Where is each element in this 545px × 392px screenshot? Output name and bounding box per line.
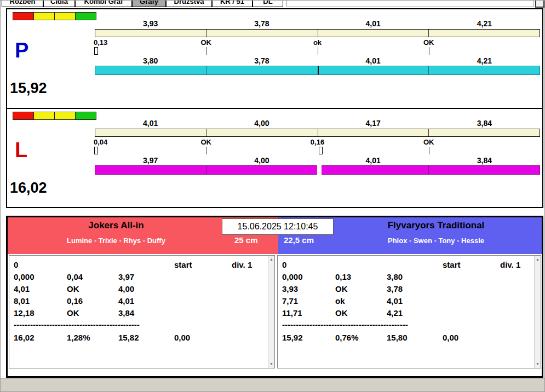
- tab-label: Druzstva: [167, 1, 211, 5]
- tab-dl[interactable]: DL: [253, 1, 283, 7]
- status-label: 0,04: [94, 138, 107, 146]
- split-time-value: 4,01: [95, 119, 206, 127]
- lane-panel-l: 4,01 4,00 4,17 3,84 0,04 OK 0,16 OK 3,97…: [6, 108, 543, 208]
- team-name: Jokers All-in: [8, 220, 225, 231]
- table-cell: start: [443, 259, 500, 271]
- scroll-up-icon[interactable]: ▲: [535, 256, 541, 263]
- lane-p-status-row: 0,13 OK ok OK: [95, 38, 540, 47]
- status-label: ok: [313, 38, 322, 47]
- empty-cell: [500, 283, 534, 295]
- bar-gap: [317, 165, 322, 175]
- table-cell: OK: [335, 307, 387, 319]
- status-label: 0,16: [311, 138, 324, 146]
- table-cell: 3,78: [387, 283, 443, 295]
- table-cell: OK: [67, 307, 118, 319]
- start-marker-box: [94, 147, 98, 154]
- table-cell: OK: [335, 283, 387, 295]
- table-row: 8,01 0,16 4,01: [14, 295, 268, 307]
- scroll-down-icon[interactable]: ▼: [535, 361, 541, 367]
- split-time-value: 4,01: [318, 56, 429, 65]
- table-separator: ----------------------------------------…: [14, 319, 174, 330]
- lane-l-top-splits: 4,01 4,00 4,17 3,84: [95, 119, 540, 127]
- table-cell: 15,82: [118, 332, 174, 344]
- table-row: 11,71 OK 4,21: [282, 307, 534, 319]
- status-label: OK: [201, 38, 212, 47]
- mark-tick: [206, 147, 206, 154]
- tab-label: Grafy: [133, 1, 165, 5]
- table-cell: div. 1: [500, 259, 534, 271]
- table-header-row: 0 start div. 1: [282, 259, 534, 271]
- tab-druzstva[interactable]: Druzstva: [166, 1, 212, 7]
- status-label: OK: [423, 38, 434, 47]
- lane-l-time-bar: [95, 165, 540, 175]
- tab-kombi-graf[interactable]: Kombi Graf: [75, 1, 132, 7]
- tab-cidla[interactable]: Cidla: [43, 1, 75, 7]
- vertical-scrollbar[interactable]: ▲ ▼: [534, 256, 541, 368]
- table-cell: 0,13: [335, 271, 387, 283]
- mark-tick: [429, 147, 429, 154]
- table-cell: 0,16: [67, 295, 118, 307]
- lane-p-top-splits: 3,93 3,78 4,01 4,21: [95, 19, 540, 27]
- split-time-value: 3,93: [95, 19, 206, 27]
- split-time-value: 3,84: [429, 119, 540, 127]
- empty-cell: [174, 307, 232, 319]
- lane-l-letter: L: [15, 140, 27, 160]
- results-board: Jokers All-in Lumine - Trixie - Rhys - D…: [6, 216, 543, 378]
- table-row: 3,93 OK 3,78: [282, 283, 534, 295]
- light-square-yellow-2: [54, 12, 76, 20]
- bar-divider: [206, 66, 207, 74]
- top-right-button[interactable]: [535, 1, 544, 8]
- empty-cell: [118, 259, 174, 271]
- table-cell: 0,000: [282, 271, 335, 283]
- mid-marker-box: [319, 147, 323, 154]
- split-time-value: 3,80: [95, 56, 206, 65]
- app-window: Rozbeh Cidla Kombi Graf Grafy Druzstva K…: [0, 0, 545, 392]
- table-cell: 16,02: [14, 332, 67, 344]
- light-square-green: [75, 112, 96, 120]
- scale-tick: [206, 129, 207, 136]
- empty-cell: [443, 283, 500, 295]
- empty-cell: [335, 259, 387, 271]
- empty-cell: [174, 295, 232, 307]
- split-time-value: 3,78: [206, 19, 317, 27]
- lane-l-scale-bar: [95, 129, 540, 137]
- vertical-scrollbar[interactable]: ▲ ▼: [268, 256, 274, 368]
- table-cell: 11,71: [282, 307, 335, 319]
- bar-divider: [428, 66, 429, 74]
- status-label: OK: [423, 138, 434, 146]
- tab-label: Cidla: [44, 1, 74, 5]
- light-square-red: [13, 12, 34, 20]
- split-time-value: 4,17: [318, 119, 429, 127]
- empty-cell: [443, 295, 500, 307]
- scroll-down-icon[interactable]: ▼: [268, 361, 274, 367]
- table-cell: 8,01: [14, 295, 67, 307]
- scroll-up-icon[interactable]: ▲: [268, 256, 274, 263]
- table-cell: 7,71: [282, 295, 335, 307]
- mark-tick: [318, 47, 318, 55]
- tab-grafy[interactable]: Grafy: [132, 1, 166, 7]
- tab-rozbeh[interactable]: Rozbeh: [2, 1, 43, 7]
- datetime-display: 15.06.2025 12:10:45: [222, 218, 334, 235]
- tab-bar: Rozbeh Cidla Kombi Graf Grafy Druzstva K…: [2, 1, 283, 7]
- empty-cell: [443, 307, 500, 319]
- empty-cell: [67, 259, 118, 271]
- table-cell: 0: [14, 259, 67, 271]
- split-time-value: 3,84: [429, 156, 540, 164]
- board-header: Jokers All-in Lumine - Trixie - Rhys - D…: [8, 217, 542, 254]
- split-time-value: 4,01: [318, 156, 429, 164]
- empty-cell: [387, 259, 443, 271]
- table-cell: 1,28%: [67, 332, 118, 344]
- table-cell: 0,000: [14, 271, 67, 283]
- table-summary-row: 16,02 1,28% 15,82 0,00: [14, 332, 268, 344]
- table-cell: 4,21: [387, 307, 443, 319]
- tab-kr-51[interactable]: KR / 51: [212, 1, 253, 7]
- status-label: OK: [201, 138, 212, 146]
- lane-p-total-time: 15,92: [10, 80, 47, 96]
- table-cell: 15,80: [387, 332, 443, 344]
- lane-p-letter: P: [15, 40, 28, 61]
- tab-label: Rozbeh: [2, 1, 43, 5]
- tab-label: DL: [253, 1, 283, 5]
- empty-cell: [500, 271, 534, 283]
- scale-tick: [318, 129, 318, 136]
- mark-tick: [206, 47, 206, 55]
